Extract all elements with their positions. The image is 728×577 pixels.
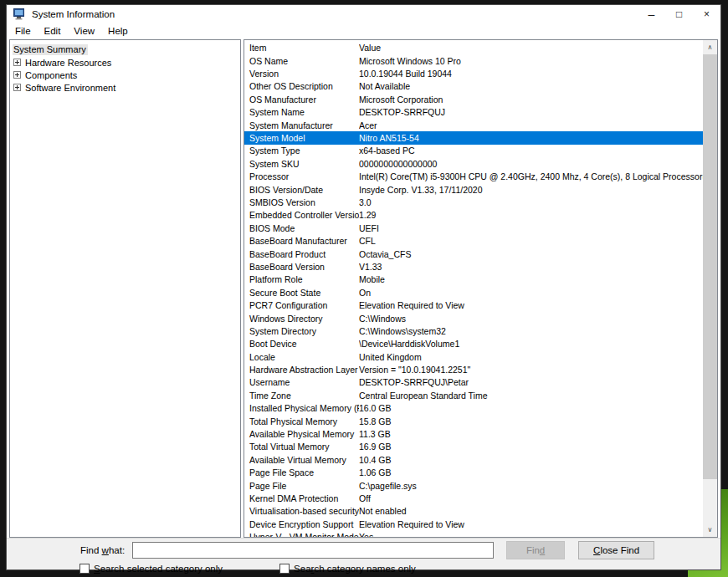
row-item-cell: Other OS Description bbox=[244, 81, 359, 91]
row-item-cell: BaseBoard Manufacturer bbox=[244, 236, 359, 246]
row-value-cell: 16.0 GB bbox=[359, 403, 703, 413]
table-row[interactable]: Device Encryption Support Elevation Requ… bbox=[244, 518, 703, 530]
table-row[interactable]: Total Physical Memory 15.8 GB bbox=[244, 415, 703, 427]
row-item-cell: SMBIOS Version bbox=[244, 197, 359, 207]
table-row[interactable]: System Model Nitro AN515-54 bbox=[244, 131, 703, 144]
row-item-cell: Version bbox=[244, 69, 359, 79]
maximize-button[interactable]: □ bbox=[665, 5, 693, 23]
close-button[interactable]: × bbox=[693, 5, 720, 23]
row-item-cell: System Model bbox=[244, 133, 359, 143]
table-row[interactable]: System Type x64-based PC bbox=[244, 145, 703, 157]
app-icon bbox=[13, 8, 26, 20]
tree-item-hardware-resources[interactable]: Hardware Resources bbox=[10, 56, 240, 69]
table-row[interactable]: OS Name Microsoft Windows 10 Pro bbox=[244, 54, 703, 67]
titlebar: System Information – □ × bbox=[7, 5, 720, 23]
table-row[interactable]: Installed Physical Memory (RAM) 16.0 GB bbox=[244, 402, 703, 415]
table-row[interactable]: Hyper-V - VM Monitor Mode E Yes bbox=[244, 530, 703, 537]
row-value-cell: x64-based PC bbox=[359, 146, 703, 156]
table-row[interactable]: BIOS Mode UEFI bbox=[244, 222, 703, 234]
table-row[interactable]: System Name DESKTOP-SRRFQUJ bbox=[244, 106, 703, 119]
table-row[interactable]: Total Virtual Memory 16.9 GB bbox=[244, 441, 703, 453]
row-item-cell: Processor bbox=[244, 171, 359, 181]
find-button[interactable]: Find bbox=[506, 541, 565, 559]
column-header-item[interactable]: Item bbox=[244, 43, 359, 53]
row-value-cell: 1.06 GB bbox=[359, 467, 703, 477]
find-what-label: Find what: bbox=[80, 545, 125, 555]
table-row[interactable]: Available Physical Memory 11.3 GB bbox=[244, 427, 703, 440]
table-row[interactable]: Windows Directory C:\Windows bbox=[244, 312, 703, 324]
row-item-cell: Hyper-V - VM Monitor Mode E bbox=[244, 532, 359, 537]
content-area: System Summary Hardware Resources Compon… bbox=[7, 39, 720, 538]
row-value-cell: Not enabled bbox=[359, 506, 703, 516]
row-value-cell: Insyde Corp. V1.33, 17/11/2020 bbox=[359, 185, 703, 195]
table-row[interactable]: Secure Boot State On bbox=[244, 286, 703, 299]
tree-item-software-environment[interactable]: Software Environment bbox=[10, 81, 240, 94]
expand-plus-icon[interactable] bbox=[13, 59, 21, 66]
row-item-cell: Virtualisation-based security bbox=[244, 506, 359, 516]
row-value-cell: 15.8 GB bbox=[359, 416, 703, 426]
table-row[interactable]: OS Manufacturer Microsoft Corporation bbox=[244, 93, 703, 105]
menu-view[interactable]: View bbox=[67, 24, 101, 38]
details-list-pane: Item Value OS Name Microsoft Windows 10 … bbox=[244, 39, 718, 538]
row-item-cell: BIOS Version/Date bbox=[244, 185, 359, 195]
table-row[interactable]: Hardware Abstraction Layer Version = "10… bbox=[244, 363, 703, 375]
table-row[interactable]: Page File Space 1.06 GB bbox=[244, 467, 703, 479]
vertical-scrollbar[interactable]: ∧ ∨ bbox=[703, 40, 717, 537]
tree-item-system-summary[interactable]: System Summary bbox=[10, 43, 240, 56]
table-row[interactable]: BaseBoard Manufacturer CFL bbox=[244, 234, 703, 247]
table-row[interactable]: System Manufacturer Acer bbox=[244, 119, 703, 131]
expand-plus-icon[interactable] bbox=[13, 71, 21, 79]
row-item-cell: Total Virtual Memory bbox=[244, 442, 359, 452]
row-value-cell: Intel(R) Core(TM) i5-9300H CPU @ 2.40GHz… bbox=[359, 171, 703, 181]
row-value-cell: Microsoft Windows 10 Pro bbox=[359, 56, 703, 66]
table-row[interactable]: Processor Intel(R) Core(TM) i5-9300H CPU… bbox=[244, 171, 703, 183]
table-row[interactable]: Other OS Description Not Available bbox=[244, 80, 703, 93]
menu-edit[interactable]: Edit bbox=[38, 24, 68, 38]
row-item-cell: System SKU bbox=[244, 159, 359, 169]
row-item-cell: Boot Device bbox=[244, 339, 359, 349]
scroll-down-icon[interactable]: ∨ bbox=[703, 523, 717, 537]
table-row[interactable]: Username DESKTOP-SRRFQUJ\Petar bbox=[244, 376, 703, 389]
window-controls: – □ × bbox=[638, 5, 720, 23]
menu-file[interactable]: File bbox=[8, 24, 38, 38]
table-row[interactable]: BIOS Version/Date Insyde Corp. V1.33, 17… bbox=[244, 183, 703, 196]
row-item-cell: BaseBoard Product bbox=[244, 249, 359, 259]
find-options-row: Search selected category only Search cat… bbox=[7, 564, 720, 574]
table-row[interactable]: BaseBoard Version V1.33 bbox=[244, 260, 703, 273]
row-value-cell: Elevation Required to View bbox=[359, 300, 703, 310]
table-row[interactable]: PCR7 Configuration Elevation Required to… bbox=[244, 299, 703, 311]
search-category-names-checkbox[interactable] bbox=[279, 564, 290, 574]
find-row: Find what: Find Close Find bbox=[7, 539, 720, 559]
table-row[interactable]: Boot Device \Device\HarddiskVolume1 bbox=[244, 338, 703, 350]
table-row[interactable]: Page File C:\pagefile.sys bbox=[244, 479, 703, 492]
scroll-up-icon[interactable]: ∧ bbox=[703, 40, 717, 54]
table-row[interactable]: Available Virtual Memory 10.4 GB bbox=[244, 453, 703, 466]
close-find-button[interactable]: Close Find bbox=[578, 541, 654, 559]
scrollbar-thumb[interactable] bbox=[703, 54, 717, 479]
tree-item-components[interactable]: Components bbox=[10, 69, 240, 81]
table-row[interactable]: Version 10.0.19044 Build 19044 bbox=[244, 67, 703, 79]
row-item-cell: Kernel DMA Protection bbox=[244, 493, 359, 503]
details-rows: OS Name Microsoft Windows 10 Pro Version… bbox=[244, 54, 703, 537]
menu-help[interactable]: Help bbox=[101, 24, 135, 38]
row-value-cell: 1.29 bbox=[359, 210, 703, 220]
window-title: System Information bbox=[32, 9, 115, 19]
table-row[interactable]: BaseBoard Product Octavia_CFS bbox=[244, 248, 703, 260]
table-row[interactable]: System Directory C:\Windows\system32 bbox=[244, 324, 703, 337]
find-input[interactable] bbox=[132, 542, 494, 559]
table-row[interactable]: Embedded Controller Version 1.29 bbox=[244, 209, 703, 222]
table-row[interactable]: Platform Role Mobile bbox=[244, 273, 703, 286]
table-row[interactable]: SMBIOS Version 3.0 bbox=[244, 196, 703, 208]
table-row[interactable]: Virtualisation-based security Not enable… bbox=[244, 505, 703, 518]
table-row[interactable]: Locale United Kingdom bbox=[244, 350, 703, 363]
row-value-cell: DESKTOP-SRRFQUJ\Petar bbox=[359, 377, 703, 387]
column-header-value[interactable]: Value bbox=[359, 43, 717, 53]
table-row[interactable]: System SKU 0000000000000000 bbox=[244, 157, 703, 170]
row-value-cell: On bbox=[359, 288, 703, 298]
table-row[interactable]: Time Zone Central European Standard Time bbox=[244, 389, 703, 401]
row-item-cell: System Name bbox=[244, 107, 359, 117]
table-row[interactable]: Kernel DMA Protection Off bbox=[244, 492, 703, 504]
minimize-button[interactable]: – bbox=[638, 5, 665, 23]
expand-plus-icon[interactable] bbox=[13, 84, 21, 91]
search-selected-category-checkbox[interactable] bbox=[79, 564, 90, 574]
